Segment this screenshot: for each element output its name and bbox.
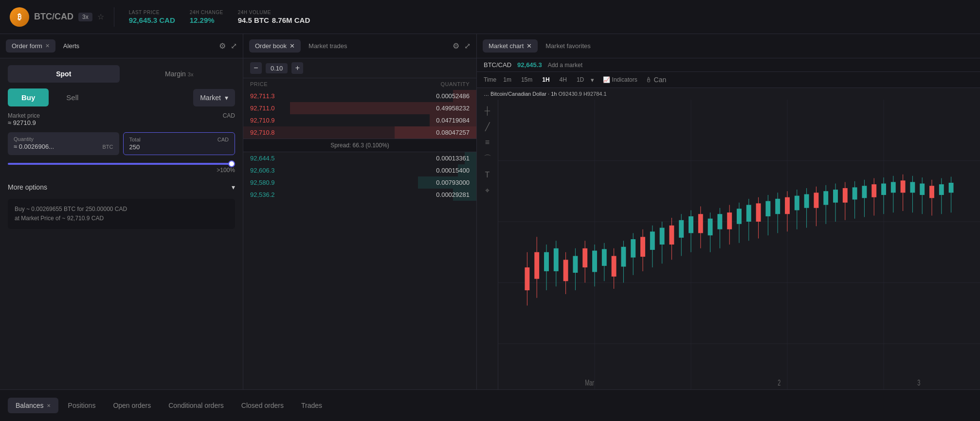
timeframe-1m[interactable]: 1m bbox=[500, 75, 514, 85]
leverage-badge: 3x bbox=[78, 13, 92, 21]
sell-order-row[interactable]: 92,710.9 0.04719084 bbox=[243, 114, 476, 126]
chart-toolbar: ┼ ╱ ≡ ⌒ T ⌖ bbox=[477, 100, 498, 389]
timeframe-dropdown-icon[interactable]: ▾ bbox=[591, 76, 594, 84]
svg-rect-59 bbox=[765, 201, 770, 216]
svg-rect-45 bbox=[698, 214, 703, 233]
svg-rect-19 bbox=[573, 256, 578, 273]
buy-order-row[interactable]: 92,536.2 0.00029281 bbox=[243, 189, 476, 201]
svg-rect-57 bbox=[756, 203, 761, 222]
svg-rect-63 bbox=[785, 197, 790, 214]
change-block: 24H CHANGE 12.29% bbox=[190, 10, 223, 24]
spread-increase-button[interactable]: + bbox=[291, 62, 303, 74]
sell-button[interactable]: Sell bbox=[53, 88, 92, 106]
quantity-box: Quantity ≈ 0.0026906... BTC bbox=[8, 132, 119, 155]
svg-rect-47 bbox=[708, 219, 713, 236]
sell-order-row[interactable]: 92,711.0 0.49958232 bbox=[243, 102, 476, 114]
order-book-tab-close[interactable]: ✕ bbox=[290, 42, 295, 50]
logo-area: ₿ BTC/CAD 3x ☆ bbox=[10, 7, 114, 27]
svg-rect-15 bbox=[554, 248, 559, 271]
main-content: Order form ✕ Alerts ⚙ ⤢ Spot Margin 3x bbox=[0, 34, 980, 389]
buy-button[interactable]: Buy bbox=[8, 88, 49, 106]
buy-order-row[interactable]: 92,580.9 0.00793000 bbox=[243, 176, 476, 189]
open-orders-tab[interactable]: Open orders bbox=[105, 398, 159, 413]
positions-tab[interactable]: Positions bbox=[60, 398, 104, 413]
order-summary: Buy ~ 0.00269655 BTC for 250.00000 CAD a… bbox=[8, 199, 235, 229]
timeframe-15m[interactable]: 15m bbox=[518, 75, 535, 85]
conditional-orders-tab[interactable]: Conditional orders bbox=[161, 398, 232, 413]
svg-rect-43 bbox=[689, 216, 693, 233]
sell-order-row[interactable]: 92,710.8 0.08047257 bbox=[243, 126, 476, 139]
svg-text:2: 2 bbox=[778, 378, 780, 387]
market-price-row: Market price ≈ 92710.9 CAD bbox=[8, 112, 235, 126]
market-chart-tab[interactable]: Market chart ✕ bbox=[483, 39, 538, 53]
svg-rect-73 bbox=[833, 190, 838, 203]
sell-orders-list: 92,711.3 0.00052486 92,711.0 0.49958232 … bbox=[243, 90, 476, 139]
trades-tab[interactable]: Trades bbox=[293, 398, 330, 413]
chart-area: ┼ ╱ ≡ ⌒ T ⌖ bbox=[477, 100, 980, 389]
order-form-tab-close[interactable]: ✕ bbox=[45, 43, 50, 49]
ob-settings-icon[interactable]: ⚙ bbox=[453, 41, 459, 51]
svg-rect-29 bbox=[621, 247, 626, 267]
svg-rect-51 bbox=[727, 212, 732, 229]
svg-rect-91 bbox=[920, 184, 925, 195]
expand-icon[interactable]: ⤢ bbox=[231, 41, 237, 51]
market-favorites-tab[interactable]: Market favorites bbox=[540, 39, 596, 53]
spread-decrease-button[interactable]: − bbox=[250, 62, 262, 74]
svg-rect-95 bbox=[939, 184, 944, 195]
svg-rect-69 bbox=[814, 193, 818, 208]
more-options-row[interactable]: More options ▾ bbox=[8, 181, 235, 193]
text-tool-icon[interactable]: T bbox=[482, 171, 493, 179]
chart-controls: Time 1m 15m 1H 4H 1D ▾ 📈 Indicators 🕯 Ca… bbox=[477, 72, 980, 88]
timeframe-4h[interactable]: 4H bbox=[557, 75, 570, 85]
svg-rect-13 bbox=[544, 252, 549, 271]
chart-type-button[interactable]: 🕯 Can bbox=[645, 76, 667, 84]
order-book-tab[interactable]: Order book ✕ bbox=[249, 39, 301, 53]
svg-rect-55 bbox=[746, 205, 751, 222]
order-form-tab[interactable]: Order form ✕ bbox=[6, 39, 55, 53]
total-input[interactable] bbox=[129, 143, 229, 151]
svg-rect-35 bbox=[650, 231, 655, 250]
settings-icon[interactable]: ⚙ bbox=[219, 41, 226, 51]
market-chart-tab-close[interactable]: ✕ bbox=[526, 42, 532, 50]
timeframe-1d[interactable]: 1D bbox=[574, 75, 587, 85]
buy-order-row[interactable]: 92,644.5 0.00013361 bbox=[243, 152, 476, 164]
ob-expand-icon[interactable]: ⤢ bbox=[464, 41, 471, 51]
horizontal-line-icon[interactable]: ≡ bbox=[482, 138, 493, 147]
left-panel-tabs: Order form ✕ Alerts ⚙ ⤢ bbox=[0, 34, 243, 58]
left-panel: Order form ✕ Alerts ⚙ ⤢ Spot Margin 3x bbox=[0, 34, 243, 389]
indicators-button[interactable]: 📈 Indicators bbox=[603, 76, 637, 83]
top-bar: ₿ BTC/CAD 3x ☆ LAST PRICE 92,645.3 CAD 2… bbox=[0, 0, 980, 34]
volume-block: 24H VOLUME 94.5 BTC 8.76M CAD bbox=[238, 10, 310, 24]
alerts-tab[interactable]: Alerts bbox=[57, 39, 85, 53]
path-tool-icon[interactable]: ⌒ bbox=[482, 154, 493, 164]
closed-orders-tab[interactable]: Closed orders bbox=[234, 398, 291, 413]
chart-info-bar: … Bitcoin/Canadian Dollar · 1h O92430.9 … bbox=[477, 88, 980, 100]
svg-rect-77 bbox=[853, 187, 857, 199]
market-trades-tab[interactable]: Market trades bbox=[303, 39, 353, 53]
order-type-select[interactable]: Market ▾ bbox=[193, 89, 235, 106]
trading-pair[interactable]: BTC/CAD bbox=[34, 12, 73, 22]
buy-order-row[interactable]: 92,606.3 0.00015400 bbox=[243, 164, 476, 176]
margin-button[interactable]: Margin 3x bbox=[124, 65, 236, 83]
balances-tab-close[interactable]: ✕ bbox=[47, 403, 51, 408]
buy-sell-row: Buy Sell Market ▾ bbox=[8, 88, 235, 106]
cursor-tool-icon[interactable]: ┼ bbox=[482, 106, 493, 115]
line-tool-icon[interactable]: ╱ bbox=[482, 122, 493, 131]
quantity-slider[interactable] bbox=[8, 163, 235, 165]
svg-rect-97 bbox=[949, 183, 954, 193]
order-book-panel-icons: ⚙ ⤢ bbox=[453, 41, 471, 51]
sell-order-row[interactable]: 92,711.3 0.00052486 bbox=[243, 90, 476, 102]
order-form-body: Spot Margin 3x Buy Sell Market ▾ Market … bbox=[0, 58, 243, 236]
chart-tabs: Market chart ✕ Market favorites bbox=[477, 34, 980, 58]
balances-tab[interactable]: Balances ✕ bbox=[8, 398, 58, 413]
measure-tool-icon[interactable]: ⌖ bbox=[482, 186, 493, 195]
svg-rect-31 bbox=[631, 239, 635, 258]
favorite-icon[interactable]: ☆ bbox=[97, 12, 104, 21]
add-market-button[interactable]: Add a market bbox=[548, 62, 582, 69]
order-book-tabs: Order book ✕ Market trades ⚙ ⤢ bbox=[243, 34, 476, 58]
buy-orders-list: 92,644.5 0.00013361 92,606.3 0.00015400 … bbox=[243, 152, 476, 201]
spot-button[interactable]: Spot bbox=[8, 65, 120, 83]
svg-rect-67 bbox=[804, 194, 809, 208]
timeframe-1h[interactable]: 1H bbox=[539, 75, 552, 85]
svg-rect-39 bbox=[669, 226, 674, 245]
